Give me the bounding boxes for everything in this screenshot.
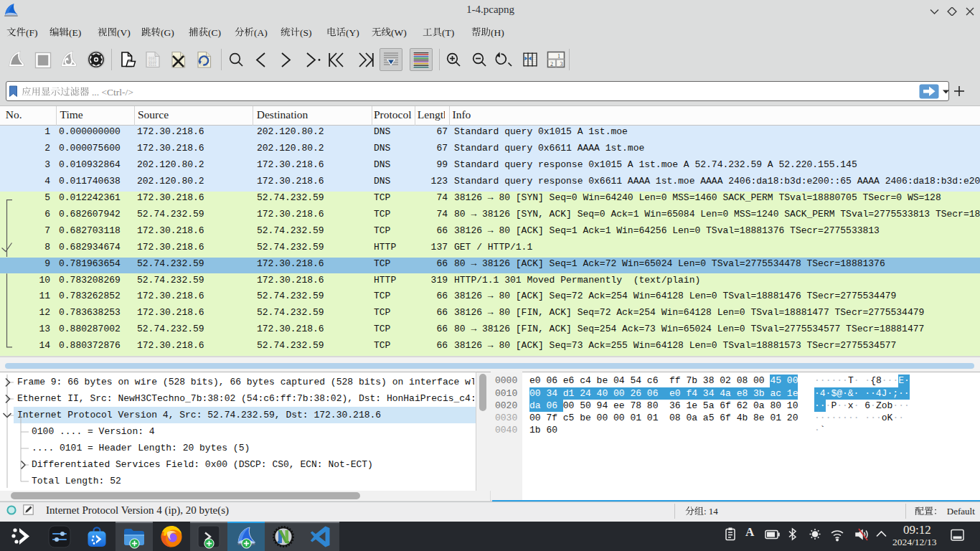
svg-text:2: 2 [550,61,553,67]
svg-text:1: 1 [557,53,560,60]
svg-text:3: 3 [560,61,563,67]
svg-text:0111: 0111 [149,63,156,67]
